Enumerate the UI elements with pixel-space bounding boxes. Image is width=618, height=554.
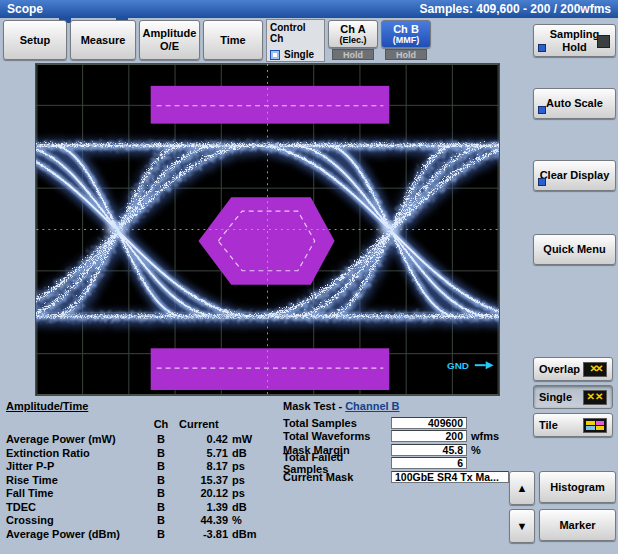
meas-ch: B xyxy=(152,487,170,499)
single-checkbox[interactable] xyxy=(270,50,280,60)
app-title: Scope xyxy=(7,2,43,16)
mask-unit: wfms xyxy=(467,430,499,442)
quick-menu-button[interactable]: Quick Menu xyxy=(533,234,616,265)
mask-value-field: 45.8 xyxy=(391,444,467,456)
meas-unit: dB xyxy=(228,447,272,459)
overlap-button[interactable]: Overlap ✕✕ xyxy=(533,357,613,381)
mask-label: Total Waveforms xyxy=(283,430,391,442)
auto-scale-label: Auto Scale xyxy=(546,97,603,110)
meas-name: Fall Time xyxy=(6,487,152,499)
table-row: TDEC B 1.39 dB xyxy=(6,500,284,514)
single-view-button[interactable]: Single ✕✕ xyxy=(533,385,613,409)
meas-value: -3.81 xyxy=(170,528,228,540)
mask-row: Current Mask 100GbE SR4 Tx Ma... xyxy=(283,470,515,484)
meas-ch: B xyxy=(152,501,170,513)
time-button[interactable]: Time xyxy=(203,20,263,60)
mask-test-panel: Mask Test - Channel B Total Samples 4096… xyxy=(283,400,515,484)
sampling-hold-line1: Sampling xyxy=(550,28,600,41)
ch-column-header: Ch xyxy=(152,418,170,430)
quick-menu-label: Quick Menu xyxy=(543,243,605,256)
scope-app: Scope Samples: 409,600 - 200 / 200wfms S… xyxy=(0,0,618,554)
histogram-label: Histogram xyxy=(550,481,604,494)
ch-b-hold-label: Hold xyxy=(396,50,416,60)
meas-unit: mW xyxy=(228,433,272,445)
meas-value: 44.39 xyxy=(170,514,228,526)
mask-value-field: 409600 xyxy=(391,417,467,429)
ch-a-sublabel: (Elec.) xyxy=(339,35,366,45)
meas-value: 5.71 xyxy=(170,447,228,459)
ch-b-hold-indicator[interactable]: Hold xyxy=(385,49,427,60)
meas-ch: B xyxy=(152,474,170,486)
amplitude-oe-line1: Amplitude xyxy=(143,27,197,40)
meas-name: Average Power (dBm) xyxy=(6,528,152,540)
samples-readout: Samples: 409,600 - 200 / 200wfms xyxy=(420,2,611,16)
clear-display-button[interactable]: Clear Display xyxy=(533,160,616,191)
marker-label: Marker xyxy=(559,519,595,532)
meas-unit: ps xyxy=(228,487,272,499)
amplitude-oe-line2: O/E xyxy=(160,40,179,53)
ch-b-button[interactable]: Ch B (MMF) xyxy=(381,20,431,48)
meas-unit: ps xyxy=(228,460,272,472)
amplitude-time-panel: Amplitude/Time Ch Current Average Power … xyxy=(6,400,284,541)
meas-ch: B xyxy=(152,528,170,540)
meas-ch: B xyxy=(152,514,170,526)
meas-name: TDEC xyxy=(6,501,152,513)
mask-unit: % xyxy=(467,444,481,456)
ch-a-button[interactable]: Ch A (Elec.) xyxy=(328,20,378,48)
meas-value: 8.17 xyxy=(170,460,228,472)
single-checkbox-label: Single xyxy=(284,49,314,60)
title-bar: Scope Samples: 409,600 - 200 / 200wfms xyxy=(0,0,618,18)
channel-b-link[interactable]: Channel B xyxy=(345,400,399,412)
histogram-button[interactable]: Histogram xyxy=(539,471,616,503)
hold-state-box xyxy=(597,35,610,48)
gnd-marker: GND xyxy=(447,360,494,371)
mask-value-field: 100GbE SR4 Tx Ma... xyxy=(391,471,509,483)
mask-label: Total Samples xyxy=(283,417,391,429)
meas-ch: B xyxy=(152,460,170,472)
mask-test-title-prefix: Mask Test - xyxy=(283,400,345,412)
tile-button[interactable]: Tile xyxy=(533,413,613,437)
meas-name: Average Power (mW) xyxy=(6,433,152,445)
scroll-down-button[interactable]: ▼ xyxy=(509,509,535,543)
meas-value: 15.37 xyxy=(170,474,228,486)
measure-button-label: Measure xyxy=(81,34,126,47)
overlap-icon: ✕✕ xyxy=(583,362,607,377)
ch-b-sublabel: (MMF) xyxy=(393,35,420,45)
ch-a-hold-indicator[interactable]: Hold xyxy=(332,49,374,60)
sampling-hold-button[interactable]: Sampling Hold xyxy=(533,24,616,57)
eye-diagram-display: GND xyxy=(35,63,500,396)
single-view-icon: ✕✕ xyxy=(583,390,607,405)
down-arrow-icon: ▼ xyxy=(517,520,528,533)
mask-test-title: Mask Test - Channel B xyxy=(283,400,515,412)
mask-value-field: 200 xyxy=(391,430,467,442)
meas-ch: B xyxy=(152,447,170,459)
led-indicator xyxy=(538,178,546,186)
single-view-label: Single xyxy=(539,391,572,404)
gnd-arrow-head-icon xyxy=(486,361,494,369)
meas-name: Jitter P-P xyxy=(6,460,152,472)
ch-b-label: Ch B xyxy=(393,23,419,36)
meas-unit: % xyxy=(228,514,272,526)
meas-unit: ps xyxy=(228,474,272,486)
table-row: Average Power (dBm) B -3.81 dBm xyxy=(6,527,284,541)
mask-top xyxy=(151,86,390,124)
ch-a-label: Ch A xyxy=(340,23,365,36)
setup-button-label: Setup xyxy=(20,34,51,47)
clear-display-label: Clear Display xyxy=(540,169,610,182)
measurements-header: Ch Current xyxy=(6,417,284,431)
ch-a-hold-label: Hold xyxy=(343,50,363,60)
setup-button[interactable]: Setup xyxy=(3,20,67,60)
mask-row: Total Failed Samples 6 xyxy=(283,457,515,471)
marker-button[interactable]: Marker xyxy=(539,509,616,541)
meas-name: Extinction Ratio xyxy=(6,447,152,459)
measure-button[interactable]: Measure xyxy=(70,20,136,60)
meas-ch: B xyxy=(152,433,170,445)
amplitude-oe-button[interactable]: Amplitude O/E xyxy=(139,20,200,60)
meas-value: 20.12 xyxy=(170,487,228,499)
up-arrow-icon: ▲ xyxy=(517,482,528,495)
mask-regions xyxy=(151,86,390,390)
auto-scale-button[interactable]: Auto Scale xyxy=(533,88,616,119)
current-column-header: Current xyxy=(170,418,272,430)
table-row: Average Power (mW) B 0.42 mW xyxy=(6,433,284,447)
led-indicator xyxy=(538,106,546,114)
